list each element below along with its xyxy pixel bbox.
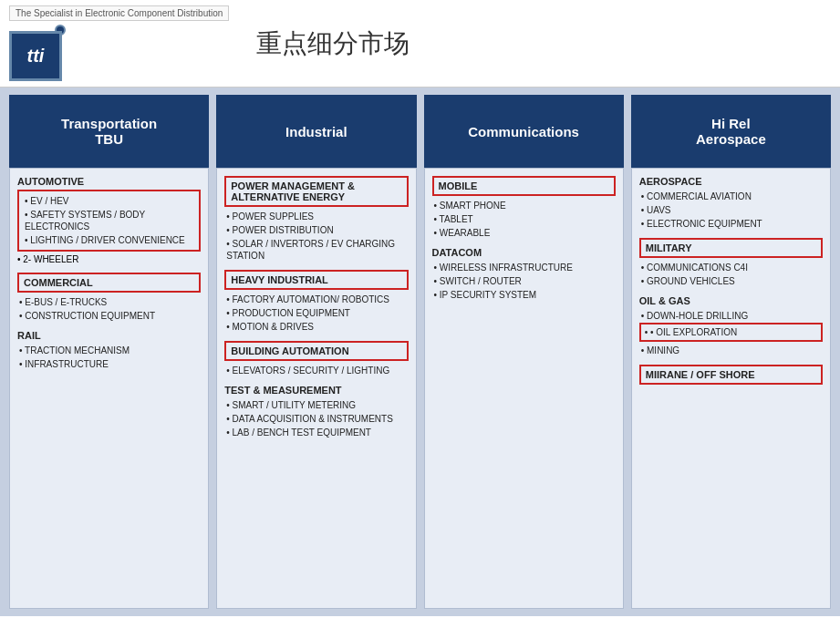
section-hi-rel-3: MIIRANE / OFF SHORE: [639, 365, 823, 387]
list-item: TABLET: [432, 212, 616, 226]
section-items-transportation-2: TRACTION MECHANISMINFRASTRUCTURE: [17, 344, 201, 371]
column-communications: CommunicationsMOBILESMART PHONETABLETWEA…: [424, 95, 624, 609]
automotive-boxed-items: EV / HEVSAFETY SYSTEMS / BODY ELECTRONIC…: [17, 190, 201, 252]
list-item: FACTORY AUTOMATION/ ROBOTICS: [224, 293, 408, 306]
column-transportation: TransportationTBUAUTOMOTIVEEV / HEVSAFET…: [9, 95, 209, 609]
section-items-communications-1: WIRELESS INFRASTRUCTURESWITCH / ROUTERIP…: [432, 261, 616, 302]
list-item: DATA ACQUISITION & INSTRUMENTS: [224, 412, 408, 426]
list-item: SAFETY SYSTEMS / BODY ELECTRONICS: [23, 208, 195, 233]
section-industrial-1: HEAVY INDUSTRIALFACTORY AUTOMATION/ ROBO…: [224, 270, 408, 334]
list-item: • 2- WHEELER: [17, 253, 201, 265]
logo-box: tti: [9, 31, 62, 81]
section-title-industrial-2: BUILDING AUTOMATION: [224, 341, 408, 361]
list-item: LAB / BENCH TEST EQUIPMENT: [224, 426, 408, 439]
section-items-communications-0: SMART PHONETABLETWEARABLE: [432, 199, 616, 240]
section-communications-0: MOBILESMART PHONETABLETWEARABLE: [432, 176, 616, 240]
column-hi-rel: Hi RelAerospaceAEROSPACECOMMERCIAL AVIAT…: [631, 95, 831, 609]
section-transportation-2: RAILTRACTION MECHANISMINFRASTRUCTURE: [17, 330, 201, 371]
section-title-transportation-0: AUTOMOTIVE: [17, 176, 201, 187]
list-item: CONSTRUCTION EQUIPMENT: [17, 309, 201, 323]
column-industrial: IndustrialPOWER MANAGEMENT & ALTERNATIVE…: [216, 95, 416, 609]
section-items-hi-rel-2: DOWN-HOLE DRILLING• OIL EXPLORATIONMININ…: [639, 309, 823, 357]
list-item: PRODUCTION EQUIPMENT: [224, 306, 408, 320]
section-communications-1: DATACOMWIRELESS INFRASTRUCTURESWITCH / R…: [432, 247, 616, 302]
list-item: GROUND VEHICLES: [639, 274, 823, 288]
section-items-hi-rel-1: COMMUNICATIONS C4IGROUND VEHICLES: [639, 261, 823, 288]
col-header-transportation: TransportationTBU: [9, 95, 209, 168]
list-item: • OIL EXPLORATION: [639, 323, 823, 342]
section-industrial-3: TEST & MEASUREMENTSMART / UTILITY METERI…: [224, 385, 408, 439]
list-item: COMMUNICATIONS C4I: [639, 261, 823, 274]
section-items-industrial-3: SMART / UTILITY METERINGDATA ACQUISITION…: [224, 398, 408, 439]
section-hi-rel-2: OIL & GASDOWN-HOLE DRILLING• OIL EXPLORA…: [639, 295, 823, 357]
section-title-transportation-1: COMMERCIAL: [17, 273, 201, 293]
section-title-communications-0: MOBILE: [432, 176, 616, 196]
section-title-industrial-0: POWER MANAGEMENT & ALTERNATIVE ENERGY: [224, 176, 408, 207]
list-item: DOWN-HOLE DRILLING: [639, 309, 823, 323]
list-item: SWITCH / ROUTER: [432, 274, 616, 288]
list-item: LIGHTING / DRIVER CONVENIENCE: [23, 233, 195, 247]
list-item: E-BUS / E-TRUCKS: [17, 295, 201, 309]
section-title-industrial-3: TEST & MEASUREMENT: [224, 385, 408, 396]
list-item: IP SECURITY SYSTEM: [432, 288, 616, 302]
logo-text: tti: [27, 46, 45, 67]
section-title-hi-rel-0: AEROSPACE: [639, 176, 823, 187]
list-item: WIRELESS INFRASTRUCTURE: [432, 261, 616, 274]
section-transportation-0: AUTOMOTIVEEV / HEVSAFETY SYSTEMS / BODY …: [17, 176, 201, 265]
section-items-industrial-2: ELEVATORS / SECURITY / LIGHTING: [224, 364, 408, 377]
list-item: SMART PHONE: [432, 199, 616, 212]
section-title-transportation-2: RAIL: [17, 330, 201, 341]
section-title-communications-1: DATACOM: [432, 247, 616, 258]
list-item: ELEVATORS / SECURITY / LIGHTING: [224, 364, 408, 377]
col-body-communications: MOBILESMART PHONETABLETWEARABLEDATACOMWI…: [424, 168, 624, 609]
section-items-industrial-1: FACTORY AUTOMATION/ ROBOTICSPRODUCTION E…: [224, 293, 408, 334]
list-item: MOTION & DRIVES: [224, 320, 408, 334]
page-header: The Specialist in Electronic Component D…: [0, 0, 840, 88]
list-item: ELECTRONIC EQUIPMENT: [639, 217, 823, 231]
logo-area: The Specialist in Electronic Component D…: [9, 5, 229, 81]
col-body-transportation: AUTOMOTIVEEV / HEVSAFETY SYSTEMS / BODY …: [9, 168, 209, 609]
section-title-hi-rel-1: MILITARY: [639, 238, 823, 258]
section-hi-rel-1: MILITARYCOMMUNICATIONS C4IGROUND VEHICLE…: [639, 238, 823, 288]
section-items-hi-rel-0: COMMERCIAL AVIATIONUAVSELECTRONIC EQUIPM…: [639, 190, 823, 231]
section-industrial-2: BUILDING AUTOMATIONELEVATORS / SECURITY …: [224, 341, 408, 377]
section-transportation-1: COMMERCIALE-BUS / E-TRUCKSCONSTRUCTION E…: [17, 273, 201, 323]
col-header-hi-rel: Hi RelAerospace: [631, 95, 831, 168]
page-title: 重点细分市场: [256, 26, 410, 61]
section-items-transportation-1: E-BUS / E-TRUCKSCONSTRUCTION EQUIPMENT: [17, 295, 201, 323]
list-item: POWER SUPPLIES: [224, 210, 408, 223]
specialist-label: The Specialist in Electronic Component D…: [9, 5, 229, 21]
list-item: POWER DISTRIBUTION: [224, 223, 408, 237]
col-body-hi-rel: AEROSPACECOMMERCIAL AVIATIONUAVSELECTRON…: [631, 168, 831, 609]
logo-wrapper: tti: [9, 25, 66, 81]
list-item: COMMERCIAL AVIATION: [639, 190, 823, 203]
list-item: SMART / UTILITY METERING: [224, 398, 408, 412]
main-content: TransportationTBUAUTOMOTIVEEV / HEVSAFET…: [0, 88, 840, 616]
section-title-industrial-1: HEAVY INDUSTRIAL: [224, 270, 408, 290]
section-title-hi-rel-2: OIL & GAS: [639, 295, 823, 306]
list-item: INFRASTRUCTURE: [17, 357, 201, 371]
col-body-industrial: POWER MANAGEMENT & ALTERNATIVE ENERGYPOW…: [216, 168, 416, 609]
list-item: UAVS: [639, 203, 823, 217]
list-item: TRACTION MECHANISM: [17, 344, 201, 357]
section-items-industrial-0: POWER SUPPLIESPOWER DISTRIBUTIONSOLAR / …: [224, 210, 408, 263]
col-header-industrial: Industrial: [216, 95, 416, 168]
col-header-communications: Communications: [424, 95, 624, 168]
list-item: EV / HEV: [23, 194, 195, 208]
section-hi-rel-0: AEROSPACECOMMERCIAL AVIATIONUAVSELECTRON…: [639, 176, 823, 231]
list-item: SOLAR / INVERTORS / EV CHARGING STATION: [224, 237, 408, 263]
list-item: WEARABLE: [432, 226, 616, 240]
section-title-hi-rel-3: MIIRANE / OFF SHORE: [639, 365, 823, 385]
section-industrial-0: POWER MANAGEMENT & ALTERNATIVE ENERGYPOW…: [224, 176, 408, 263]
list-item: MINING: [639, 344, 823, 357]
